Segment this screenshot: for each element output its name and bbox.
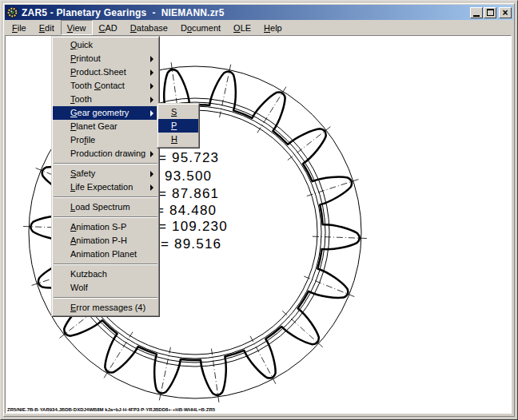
view-menu-item-quick[interactable]: Quick bbox=[53, 38, 158, 52]
view-menu-item-load-spectrum[interactable]: Load Spectrum bbox=[53, 200, 158, 214]
view-menu-item-gear-geometry[interactable]: Gear geometry bbox=[53, 106, 158, 120]
view-menu-item-production-drawing[interactable]: Production drawing bbox=[53, 147, 158, 160]
view-menu-dropdown: QuickPrintoutProduct.SheetTooth ContactT… bbox=[51, 36, 160, 317]
menu-bar: FileEditViewCADDatabaseDocumentOLEHelp bbox=[5, 20, 513, 35]
view-menu-separator bbox=[54, 163, 157, 164]
menubar-item-file[interactable]: File bbox=[6, 20, 33, 35]
minimize-button[interactable] bbox=[470, 7, 483, 18]
close-button[interactable]: × bbox=[499, 7, 512, 18]
submenu-arrow-icon bbox=[150, 171, 153, 177]
menubar-item-ole[interactable]: OLE bbox=[227, 20, 257, 35]
submenu-arrow-icon bbox=[150, 151, 153, 157]
menubar-item-help[interactable]: Help bbox=[257, 20, 289, 35]
maximize-button[interactable] bbox=[484, 7, 496, 18]
gear-submenu-item-h[interactable]: H bbox=[158, 133, 198, 146]
dimension-value: = 84.480 bbox=[156, 203, 217, 219]
gear-submenu-item-p[interactable]: P bbox=[158, 119, 198, 133]
gear-submenu-list: SPH bbox=[157, 104, 199, 148]
menubar-item-document[interactable]: Document bbox=[174, 20, 227, 35]
view-menu-separator bbox=[54, 196, 157, 198]
window-frame: ZAR5 - Planetary Gearings - NIEMANN.zr5 … bbox=[3, 3, 515, 417]
view-menu-list: QuickPrintoutProduct.SheetTooth ContactT… bbox=[52, 37, 159, 316]
title-bar: ZAR5 - Planetary Gearings - NIEMANN.zr5 … bbox=[5, 5, 513, 20]
drawing-client-area: = 95.72393.500= 87.861= 84.480= 109.230=… bbox=[5, 35, 512, 414]
view-menu-item-kutzbach[interactable]: Kutzbach bbox=[53, 267, 158, 281]
close-icon: × bbox=[502, 9, 508, 17]
view-menu-item-animation-p-h[interactable]: Animation P-H bbox=[53, 234, 158, 248]
drawing-footer-text: ZR5/NIE.7B-B·YAR934.JBDB·DXDJ4WB8M kJa=b… bbox=[7, 408, 217, 413]
view-menu-item-tooth[interactable]: Tooth bbox=[53, 93, 158, 106]
view-menu-item-wolf[interactable]: Wolf bbox=[53, 281, 158, 295]
dimension-value: = 109.230 bbox=[158, 219, 228, 235]
submenu-arrow-icon bbox=[150, 56, 153, 62]
view-menu-item-printout[interactable]: Printout bbox=[53, 52, 158, 65]
gear-submenu-item-s[interactable]: S bbox=[158, 105, 198, 119]
view-menu-separator bbox=[54, 216, 157, 218]
submenu-arrow-icon bbox=[150, 97, 153, 103]
view-menu-item-tooth-contact[interactable]: Tooth Contact bbox=[53, 79, 158, 93]
view-menu-separator bbox=[54, 263, 157, 265]
submenu-arrow-icon bbox=[150, 110, 153, 117]
view-menu-item-profile[interactable]: Profile bbox=[53, 133, 158, 147]
app-icon bbox=[6, 6, 18, 18]
menubar-item-view[interactable]: View bbox=[61, 20, 93, 35]
view-menu-item-planet-gear[interactable]: Planet Gear bbox=[53, 120, 158, 133]
menubar-item-cad[interactable]: CAD bbox=[93, 20, 124, 35]
view-menu-separator bbox=[54, 297, 157, 299]
submenu-arrow-icon bbox=[150, 69, 153, 76]
submenu-arrow-icon bbox=[150, 83, 153, 89]
dimension-value: 93.500 bbox=[165, 168, 212, 184]
window-title: ZAR5 - Planetary Gearings - NIEMANN.zr5 bbox=[22, 7, 469, 18]
view-menu-item-safety[interactable]: Safety bbox=[53, 167, 158, 180]
view-menu-item-product-sheet[interactable]: Product.Sheet bbox=[53, 65, 158, 79]
submenu-arrow-icon bbox=[150, 184, 153, 191]
view-menu-item-animation-s-p[interactable]: Animation S-P bbox=[53, 220, 158, 234]
maximize-icon bbox=[487, 9, 494, 16]
view-menu-item-error-messages-4[interactable]: Error messages (4) bbox=[53, 301, 158, 315]
view-menu-item-animation-planet[interactable]: Animation Planet bbox=[53, 248, 158, 261]
menubar-item-database[interactable]: Database bbox=[124, 20, 174, 35]
dimension-value: = 89.516 bbox=[161, 236, 221, 252]
view-menu-item-life-expectation[interactable]: Life Expectation bbox=[53, 180, 158, 194]
menubar-item-edit[interactable]: Edit bbox=[33, 20, 61, 35]
gear-geometry-submenu: SPH bbox=[157, 103, 200, 149]
app-window: ZAR5 - Planetary Gearings - NIEMANN.zr5 … bbox=[0, 0, 518, 420]
minimize-icon bbox=[473, 15, 480, 17]
dimension-value: = 87.861 bbox=[158, 186, 219, 202]
dimension-value: = 95.723 bbox=[158, 150, 219, 166]
